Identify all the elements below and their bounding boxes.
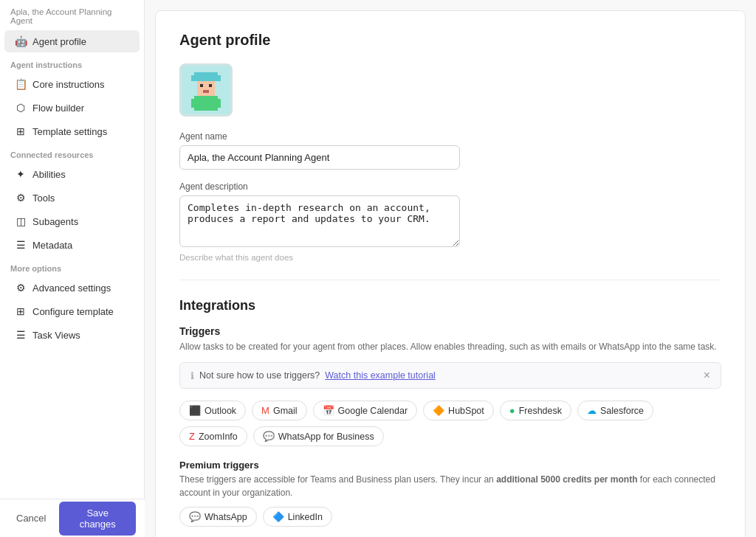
trigger-salesforce[interactable]: ☁ Salesforce [577,401,653,420]
info-close-button[interactable]: × [704,370,710,381]
agent-description-group: Agent description Completes in-depth res… [179,181,721,262]
tools-icon: ⚙ [15,192,27,204]
svg-rect-24 [215,99,221,108]
task-views-icon: ☰ [15,329,27,341]
svg-rect-21 [203,90,209,93]
salesforce-icon: ☁ [587,405,597,416]
agent-instructions-section: Agent instructions [0,53,144,72]
section-divider [179,280,721,280]
avatar-area [179,63,721,117]
sidebar-item-configure-template[interactable]: ⊞ Configure template [4,300,140,322]
freshdesk-icon: ● [509,405,515,416]
agent-profile-icon: 🤖 [15,35,27,47]
connected-resources-section: Connected resources [0,143,144,162]
more-options-section: More options [0,257,144,276]
info-icon: ℹ [190,370,194,381]
triggers-desc: Allow tasks to be created for your agent… [179,340,721,353]
whatsapp-icon: 💬 [189,511,201,522]
svg-rect-19 [200,84,203,87]
info-banner-text: Not sure how to use triggers? [199,370,320,381]
premium-triggers-section: Premium triggers These triggers are acce… [179,460,721,527]
trigger-freshdesk[interactable]: ● Freshdesk [500,401,571,420]
premium-triggers-title: Premium triggers [179,460,259,471]
sidebar-item-abilities[interactable]: ✦ Abilities [4,163,140,185]
svg-rect-23 [191,99,197,108]
gmail-icon: M [261,405,269,416]
agent-name-header: Apla, the Account Planning Agent [0,0,144,30]
svg-rect-18 [215,75,221,81]
trigger-whatsapp[interactable]: 💬 WhatsApp [179,507,257,527]
abilities-icon: ✦ [15,168,27,180]
info-banner-link[interactable]: Watch this example tutorial [325,370,436,381]
trigger-gmail[interactable]: M Gmail [252,401,307,420]
agent-description-label: Agent description [179,181,721,192]
flow-builder-icon: ⬡ [15,102,27,114]
advanced-settings-icon: ⚙ [15,282,27,294]
gcal-icon: 📅 [323,405,334,416]
sidebar-item-template-settings[interactable]: ⊞ Template settings [4,120,140,142]
subagents-icon: ◫ [15,215,27,227]
agent-description-input[interactable]: Completes in-depth research on an accoun… [179,195,460,247]
triggers-title: Triggers [179,325,721,337]
sidebar-item-advanced-settings[interactable]: ⚙ Advanced settings [4,277,140,299]
agent-name-label: Agent name [179,131,721,142]
page-title: Agent profile [179,32,721,49]
avatar[interactable] [179,63,233,117]
agent-name-group: Agent name [179,131,721,170]
integrations-title: Integrations [179,298,721,313]
sidebar-item-core-instructions[interactable]: 📋 Core instructions [4,73,140,95]
save-changes-button[interactable]: Save changes [59,502,136,536]
trigger-linkedin[interactable]: 🔷 LinkedIn [263,507,332,527]
cancel-button[interactable]: Cancel [9,507,53,529]
trigger-google-calendar[interactable]: 📅 Google Calendar [313,401,418,420]
sidebar-item-subagents[interactable]: ◫ Subagents [4,210,140,232]
sidebar-item-tools[interactable]: ⚙ Tools [4,187,140,209]
sidebar-item-metadata[interactable]: ☰ Metadata [4,234,140,256]
trigger-hubspot[interactable]: 🔶 HubSpot [423,401,494,420]
svg-rect-16 [194,72,218,81]
premium-triggers-row: 💬 WhatsApp 🔷 LinkedIn [179,507,721,527]
outlook-icon: ⬛ [189,405,201,416]
trigger-zoominfo[interactable]: Z ZoomInfo [179,426,247,446]
triggers-row: ⬛ Outlook M Gmail 📅 Google Calendar 🔶 Hu… [179,401,721,446]
trigger-outlook[interactable]: ⬛ Outlook [179,401,246,420]
svg-rect-20 [209,84,212,87]
configure-template-icon: ⊞ [15,305,27,317]
trigger-whatsapp-business[interactable]: 💬 WhatsApp for Business [253,426,384,446]
premium-triggers-desc: These triggers are accessible for Teams … [179,473,721,499]
agent-description-hint: Describe what this agent does [179,253,721,262]
hubspot-icon: 🔶 [433,405,444,416]
zoominfo-icon: Z [189,431,195,442]
agent-name-input[interactable] [179,145,460,170]
avatar-image [182,66,230,114]
sidebar-item-flow-builder[interactable]: ⬡ Flow builder [4,97,140,119]
whatsapp-business-icon: 💬 [263,431,275,442]
core-instructions-icon: 📋 [15,78,27,90]
linkedin-icon: 🔷 [272,511,284,522]
metadata-icon: ☰ [15,239,27,251]
template-settings-icon: ⊞ [15,125,27,137]
svg-rect-22 [194,96,218,111]
sidebar-item-task-views[interactable]: ☰ Task Views [4,324,140,346]
svg-rect-17 [191,75,197,81]
info-banner: ℹ Not sure how to use triggers? Watch th… [179,362,721,389]
sidebar-item-agent-profile[interactable]: 🤖 Agent profile [4,30,140,52]
premium-credits-bold: additional 5000 credits per month [496,474,637,485]
